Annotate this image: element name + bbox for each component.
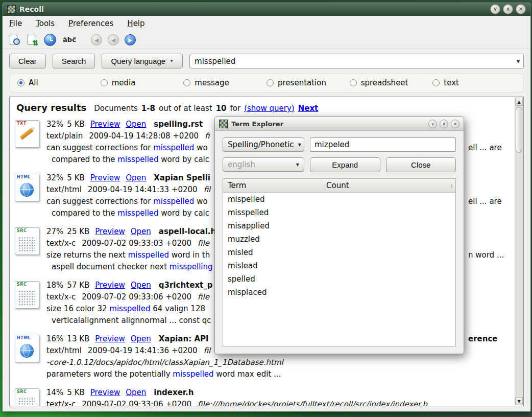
count-cell xyxy=(325,259,455,272)
doc-title-fragment: erence xyxy=(468,333,498,345)
term-column-header[interactable]: Term xyxy=(223,181,325,190)
doc-title: Xapian: API xyxy=(159,334,209,343)
expansion-mode-select[interactable]: Spelling/Phonetic ▼ xyxy=(223,137,304,152)
preview-link[interactable]: Preview xyxy=(95,227,125,236)
search-input[interactable] xyxy=(190,57,513,66)
menu-file[interactable]: File xyxy=(9,19,22,28)
window-buttons: ∨ ∧ × xyxy=(490,4,526,14)
menu-help[interactable]: Help xyxy=(127,19,144,28)
menu-preferences[interactable]: Preferences xyxy=(68,19,113,28)
open-link[interactable]: Open xyxy=(126,173,146,182)
query-language-select[interactable]: Query language ▼ xyxy=(102,54,183,68)
language-select[interactable]: english ▼ xyxy=(223,157,304,172)
radio-icon xyxy=(350,79,357,86)
term-list: mispelledmisspelledmisappliedmuzzledmisl… xyxy=(223,193,455,346)
titlebar[interactable]: Recoll ∨ ∧ × xyxy=(3,3,530,16)
filter-spreadsheet[interactable]: spreadsheet xyxy=(350,78,433,87)
preview-link[interactable]: Preview xyxy=(90,120,120,129)
recoll-logo-icon xyxy=(219,120,228,128)
snippet-line: size 16 color 32 misspelled 64 valign 12… xyxy=(46,303,213,315)
result-title-line: 14%5 KBPreviewOpenindexer.h xyxy=(46,387,427,399)
snippet-line: parameters word the potentially misspell… xyxy=(46,368,283,380)
term-row[interactable]: mispelled xyxy=(223,193,455,206)
search-button[interactable]: Search xyxy=(53,54,95,68)
result-meta-line: text/html2009-04-19 14:41:33 +0200fil xyxy=(46,184,210,196)
radio-icon xyxy=(267,79,274,86)
result-title-line: 18%57 KBPreviewOpenq3richtext_p xyxy=(46,280,213,291)
open-link[interactable]: Open xyxy=(126,388,146,397)
search-history-dropdown-icon[interactable]: ▼ xyxy=(513,59,523,64)
doc-url: file xyxy=(198,239,209,248)
previous-page-icon[interactable]: ◀ xyxy=(108,34,119,45)
open-link[interactable]: Open xyxy=(131,281,151,290)
close-button[interactable]: Close xyxy=(386,157,456,172)
filter-media[interactable]: media xyxy=(101,78,184,87)
next-page-link[interactable]: Next xyxy=(298,104,319,113)
filter-presentation[interactable]: presentation xyxy=(267,78,350,87)
clear-button[interactable]: Clear xyxy=(9,54,46,68)
term-explorer-icon[interactable]: ābĉ xyxy=(62,34,77,46)
highlighted-term: misspelled xyxy=(117,208,158,218)
result-title-line: 32%5 KBPreviewOpenXapian Spelli xyxy=(46,172,210,184)
doc-date: 2009-04-19 14:41:36 +0200 xyxy=(88,346,198,355)
update-index-icon[interactable] xyxy=(26,34,38,46)
count-cell xyxy=(325,246,455,259)
term-row[interactable]: muzzled xyxy=(223,233,455,246)
filter-text[interactable]: text xyxy=(432,78,516,87)
count-cell xyxy=(325,206,455,219)
term-table-header[interactable]: Term Count ⁞ xyxy=(223,179,455,193)
preview-link[interactable]: Preview xyxy=(95,334,125,343)
doc-title: Xapian Spelli xyxy=(154,173,210,182)
snippet-line: size returns the next misspelled word in… xyxy=(46,249,216,261)
expand-button[interactable]: Expand xyxy=(310,157,380,172)
doc-url: fi xyxy=(205,131,209,141)
document-history-icon[interactable] xyxy=(44,34,56,46)
open-link[interactable]: Open xyxy=(126,120,146,129)
show-query-link[interactable]: (show query) xyxy=(244,104,295,113)
highlighted-term: misspelled xyxy=(117,155,158,164)
filter-all[interactable]: All xyxy=(17,78,101,87)
result-item: SRC14%5 KBPreviewOpenindexer.htext/x-c20… xyxy=(15,387,514,406)
first-page-icon[interactable]: ◀ xyxy=(91,34,102,45)
column-menu-icon[interactable]: ⁞ xyxy=(447,183,455,189)
snippet-line: verticalalignment alignnormal ... const … xyxy=(46,315,213,327)
term-explorer-window: Term Explorer ∨ ∧ × Spelling/Phonetic ▼ … xyxy=(214,117,464,354)
dialog-close-button[interactable]: × xyxy=(451,120,460,128)
for-label: for xyxy=(230,104,241,113)
dialog-maximize-button[interactable]: ∧ xyxy=(440,120,448,128)
close-button[interactable]: × xyxy=(516,4,526,14)
shade-button[interactable]: ∨ xyxy=(490,4,500,14)
doc-size: 5 KB xyxy=(67,388,84,397)
maximize-button[interactable]: ∧ xyxy=(503,4,513,14)
count-column-header[interactable]: Count xyxy=(325,181,447,190)
term-row[interactable]: misled xyxy=(223,246,455,259)
show-query-detail-icon[interactable] xyxy=(8,34,20,46)
scroll-down-icon[interactable]: ▼ xyxy=(515,397,523,405)
preview-link[interactable]: Preview xyxy=(90,173,120,182)
open-link[interactable]: Open xyxy=(131,227,151,236)
filter-message[interactable]: message xyxy=(183,78,267,87)
scrollbar-thumb[interactable] xyxy=(516,107,522,153)
term-cell: misled xyxy=(223,246,325,259)
dialog-shade-button[interactable]: ∨ xyxy=(428,120,437,128)
preview-link[interactable]: Preview xyxy=(95,281,125,290)
results-scrollbar[interactable]: ▲ ▼ xyxy=(515,98,523,405)
scroll-up-icon[interactable]: ▲ xyxy=(515,98,523,106)
next-page-icon[interactable]: ▶ xyxy=(125,34,136,45)
term-row[interactable]: spelled xyxy=(223,272,455,286)
term-row[interactable]: misplaced xyxy=(223,286,455,299)
filter-label: media xyxy=(112,78,136,87)
term-row[interactable]: misspelled xyxy=(223,206,455,219)
snippet-fragment: n word ... xyxy=(468,249,504,261)
term-explorer-titlebar[interactable]: Term Explorer ∨ ∧ × xyxy=(215,117,464,131)
doc-date: 2009-07-02 09:33:06 +0200 xyxy=(82,400,191,406)
html-glyph-icon xyxy=(20,183,34,197)
menu-tools[interactable]: Tools xyxy=(36,19,55,28)
term-input[interactable] xyxy=(310,137,456,152)
open-link[interactable]: Open xyxy=(131,334,151,343)
source-file-icon: SRC xyxy=(15,281,39,309)
term-row[interactable]: mislead xyxy=(223,259,455,272)
chevron-down-icon: ▼ xyxy=(296,163,299,167)
term-row[interactable]: misapplied xyxy=(223,219,455,233)
preview-link[interactable]: Preview xyxy=(90,388,120,397)
